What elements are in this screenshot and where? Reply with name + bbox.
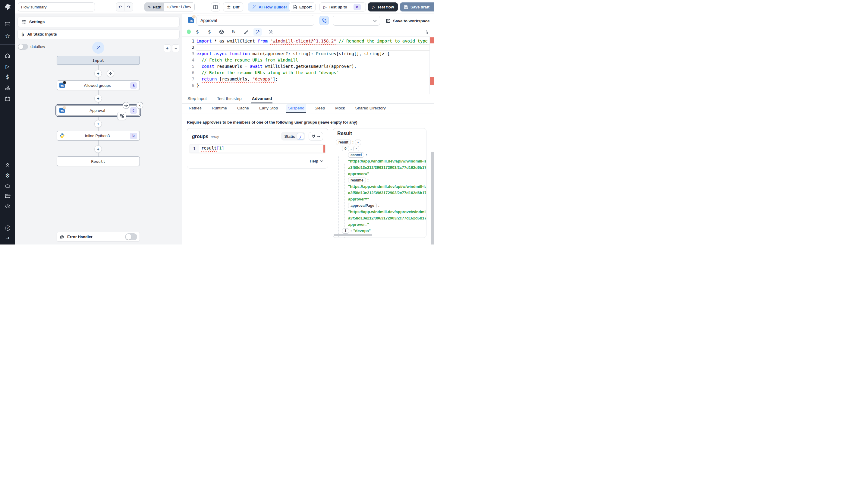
user-icon[interactable] [0, 161, 15, 170]
ai-assistant-button[interactable] [253, 28, 262, 36]
vertical-scrollbar[interactable] [431, 152, 434, 245]
audit-icon[interactable] [0, 202, 15, 210]
star-icon[interactable]: ☆ [0, 32, 15, 40]
collapse-chip[interactable]: - [355, 140, 361, 145]
workers-icon[interactable] [0, 182, 15, 190]
export-button[interactable]: Export [289, 2, 315, 11]
topbar: ↶ ↷ ✎ Path u/henri/bes ± Diff AI Flow Bu… [15, 0, 434, 14]
function-mode-icon[interactable]: ƒ [297, 133, 304, 140]
tab-retries[interactable]: Retries [187, 104, 204, 113]
resources-button[interactable]: $ [205, 28, 214, 36]
path-control[interactable]: ✎ Path u/henri/bes [144, 2, 195, 11]
resources-icon[interactable] [0, 84, 15, 92]
groups-expression-editor[interactable]: 1 result[1] [190, 145, 326, 153]
step-id-badge: c [130, 107, 137, 114]
help-icon[interactable]: ? [0, 224, 15, 232]
delete-node-button[interactable]: × [136, 102, 143, 109]
save-icon [386, 19, 391, 23]
phone-incoming-icon [322, 18, 327, 23]
error-handler-row[interactable]: Error Handler [57, 232, 140, 242]
tab-mock[interactable]: Mock [333, 104, 347, 113]
code-editor[interactable]: 12345678 import * as wmillClient from "w… [182, 36, 434, 94]
tab-runtime[interactable]: Runtime [210, 104, 229, 113]
all-static-inputs-button[interactable]: $ All Static Inputs [18, 29, 180, 39]
result-tree-line: a3f58d13e212/3963172903/2c77d162d6b17395… [333, 190, 426, 196]
tag-select[interactable] [333, 16, 380, 26]
tab-sleep[interactable]: Sleep [313, 104, 327, 113]
result-key-chip[interactable]: 1 [342, 228, 349, 234]
windmill-logo[interactable] [0, 2, 15, 11]
add-step-button[interactable]: + [94, 145, 102, 153]
schedules-icon[interactable] [0, 94, 15, 103]
help-dropdown[interactable]: Help [310, 159, 323, 163]
result-key-chip[interactable]: result [336, 140, 351, 145]
test-flow-button[interactable]: ▷ Test flow [368, 2, 398, 11]
result-key-chip[interactable]: cancel [348, 152, 364, 158]
package-button[interactable] [217, 28, 226, 36]
code-content[interactable]: import * as wmillClient from "windmill-c… [196, 38, 430, 89]
ai-disabled-button[interactable] [267, 28, 275, 36]
flow-node-allowed-groups[interactable]: TS Allowed groups a [57, 81, 140, 90]
gear-icon[interactable]: ⚙ [0, 171, 15, 180]
move-node-button[interactable] [123, 102, 130, 109]
result-key-chip[interactable]: 0 [342, 146, 349, 151]
flow-summary-input[interactable] [18, 2, 95, 11]
ai-flow-builder-button[interactable]: AI Flow Builder [248, 2, 291, 11]
error-mark [430, 77, 434, 85]
error-handler-toggle[interactable] [125, 233, 137, 240]
result-tree-line: "https://app.windmill.dev/approve/windmi… [333, 209, 426, 215]
horizontal-scrollbar[interactable] [334, 234, 372, 236]
expression-content[interactable]: result[1] [201, 146, 224, 150]
result-key-chip[interactable]: approvalPage [348, 203, 377, 208]
suspend-approval-indicator[interactable] [117, 112, 126, 120]
add-step-button[interactable]: + [94, 70, 102, 77]
tab-early-stop[interactable]: Early Stop [257, 104, 280, 113]
folders-icon[interactable] [0, 192, 15, 200]
add-step-button[interactable]: + [94, 95, 102, 102]
step-name-input[interactable] [196, 15, 314, 26]
flow-node-inline-python[interactable]: Inline Python3 b [57, 131, 140, 141]
test-up-to-button[interactable]: ▷ Test up to c [319, 2, 366, 11]
collapse-chip[interactable]: - [353, 146, 359, 151]
format-button[interactable] [241, 28, 250, 36]
result-key-chip[interactable]: resume [348, 178, 366, 183]
app-sidebar: ☆ ▷ $ ⚙ ? → [0, 0, 15, 245]
tab-cache[interactable]: Cache [236, 104, 251, 113]
add-step-button[interactable]: + [94, 120, 102, 127]
flow-settings-button[interactable]: Settings [18, 17, 180, 27]
docs-button[interactable] [211, 2, 220, 11]
suspend-enabled-button[interactable] [319, 16, 329, 25]
flow-node-result[interactable]: Result [57, 156, 140, 166]
runs-icon[interactable]: ▷ [0, 62, 15, 70]
flow-ai-wand-button[interactable] [92, 41, 104, 54]
diff-button[interactable]: ± Diff [223, 2, 243, 11]
workspace-icon[interactable] [0, 20, 15, 28]
path-value: u/henri/bes [164, 3, 194, 11]
zoom-out-button[interactable]: − [172, 44, 179, 52]
library-button[interactable] [421, 28, 430, 36]
windmill-flow-editor: ☆ ▷ $ ⚙ ? → ↶ ↷ [0, 0, 434, 245]
tab-suspend[interactable]: Suspend [286, 104, 306, 113]
tab-advanced[interactable]: Advanced [251, 94, 273, 103]
zoom-in-button[interactable]: + [164, 44, 171, 52]
home-icon[interactable] [0, 51, 15, 60]
add-trigger-button[interactable] [107, 70, 114, 77]
connect-input-button[interactable]: → [309, 132, 323, 141]
variables-icon[interactable]: $ [0, 73, 15, 81]
save-draft-button[interactable]: Save draft [400, 2, 434, 11]
tab-test-this-step[interactable]: Test this step [216, 94, 242, 103]
save-to-workspace-button[interactable]: Save to workspace [386, 17, 430, 25]
tab-step-input[interactable]: Step Input [187, 94, 207, 103]
redo-button[interactable]: ↷ [124, 3, 133, 11]
collapse-icon[interactable]: → [0, 234, 15, 242]
reload-button[interactable]: ↻ [229, 28, 238, 36]
tab-shared-directory[interactable]: Shared Directory [353, 104, 387, 113]
variables-button[interactable]: $ [193, 28, 202, 36]
flow-node-input[interactable]: Input [57, 56, 140, 65]
static-toggle[interactable]: Static ƒ [281, 132, 305, 141]
dataflow-toggle[interactable] [18, 44, 28, 50]
step-id-badge: b [130, 133, 137, 139]
typescript-icon: TS [188, 17, 194, 23]
path-edit-segment[interactable]: ✎ Path [145, 3, 164, 11]
undo-button[interactable]: ↶ [116, 3, 124, 11]
